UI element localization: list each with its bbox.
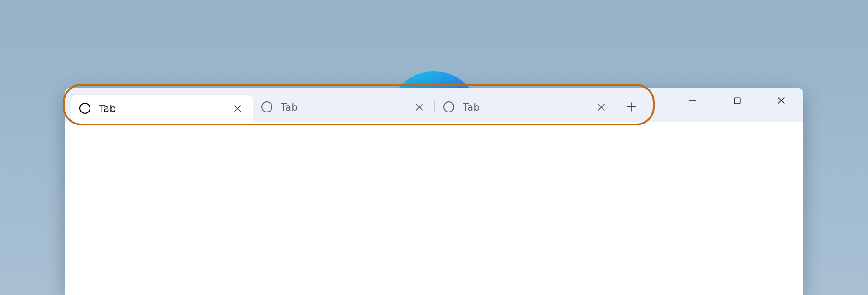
svg-rect-0: [734, 98, 740, 104]
close-tab-button[interactable]: [230, 101, 245, 116]
tab-separator: [434, 100, 435, 113]
new-tab-button[interactable]: [620, 95, 644, 119]
close-tab-button[interactable]: [412, 100, 427, 114]
browser-window: Tab Tab Tab: [65, 88, 803, 295]
tab-strip: Tab Tab Tab: [65, 88, 644, 122]
plus-icon: [627, 102, 637, 112]
close-window-button[interactable]: [759, 88, 803, 113]
maximize-icon: [733, 97, 741, 105]
title-bar[interactable]: Tab Tab Tab: [65, 88, 803, 122]
minimize-icon: [688, 96, 697, 105]
caption-buttons: [670, 88, 803, 122]
favicon-placeholder-icon: [443, 101, 454, 112]
close-icon: [234, 105, 241, 112]
minimize-button[interactable]: [670, 88, 715, 113]
tab-label: Tab: [99, 103, 230, 114]
tab-label: Tab: [463, 101, 594, 113]
tab-label: Tab: [281, 101, 412, 113]
favicon-placeholder-icon: [79, 103, 90, 114]
close-tab-button[interactable]: [594, 100, 609, 114]
tab-0[interactable]: Tab: [71, 95, 253, 122]
favicon-placeholder-icon: [261, 101, 272, 112]
tab-2[interactable]: Tab: [435, 95, 617, 119]
page-content: [65, 122, 803, 295]
tab-1[interactable]: Tab: [253, 95, 435, 119]
close-icon: [416, 104, 423, 111]
close-icon: [598, 104, 605, 111]
close-icon: [777, 96, 785, 105]
maximize-button[interactable]: [715, 88, 759, 113]
